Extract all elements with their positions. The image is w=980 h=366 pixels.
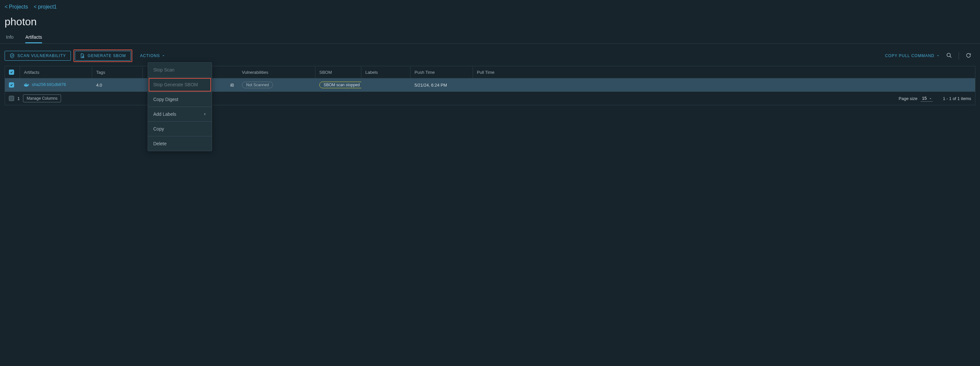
svg-line-2 [950, 56, 951, 58]
refresh-button[interactable] [965, 52, 972, 60]
search-icon [946, 52, 952, 59]
tab-info[interactable]: Info [6, 35, 13, 43]
chevron-down-icon [936, 54, 940, 57]
actions-menu: Stop Scan Stop Generate SBOM Copy Digest… [148, 62, 212, 105]
manage-columns-button[interactable]: Manage Columns [23, 95, 61, 102]
menu-stop-generate-sbom[interactable]: Stop Generate SBOM [148, 78, 212, 92]
artifact-link[interactable]: sha256:b91db876 [24, 82, 66, 87]
document-gear-icon [80, 53, 85, 59]
row-checkbox[interactable] [9, 82, 14, 87]
cell-sbom: SBOM scan stopped [315, 78, 361, 92]
tabs: Info Artifacts [0, 30, 980, 44]
header-select[interactable] [5, 66, 20, 78]
header-artifacts[interactable]: Artifacts [20, 67, 92, 78]
toolbar: SCAN VULNERABILITY GENERATE SBOM ACTIONS… [0, 44, 980, 66]
header-tags[interactable]: Tags [92, 67, 143, 78]
svg-rect-6 [25, 83, 26, 84]
generate-sbom-button[interactable]: GENERATE SBOM [75, 51, 131, 61]
header-sbom[interactable]: SBOM [315, 67, 361, 78]
breadcrumb: <Projects <project1 [0, 3, 980, 10]
header-labels[interactable]: Labels [361, 67, 410, 78]
docker-icon [24, 82, 29, 87]
generate-sbom-highlight: GENERATE SBOM [73, 49, 132, 62]
footer-checkbox[interactable] [9, 96, 14, 101]
svg-point-1 [947, 53, 950, 57]
svg-rect-7 [26, 83, 27, 84]
header-pull-time[interactable]: Pull Time [473, 67, 975, 78]
shield-check-icon [10, 53, 15, 59]
selected-count: 1 [18, 96, 20, 101]
copy-pull-command-button[interactable]: COPY PULL COMMAND [885, 54, 940, 58]
menu-copy-digest[interactable]: Copy Digest [148, 92, 212, 105]
sbom-status-badge: SBOM scan stopped [319, 82, 361, 88]
breadcrumb-projects[interactable]: <Projects [5, 4, 29, 10]
not-scanned-badge: Not Scanned [242, 82, 273, 88]
svg-point-0 [83, 56, 84, 57]
header-vulnerabilities[interactable]: Vulnerabilities [238, 67, 315, 78]
header-push-time[interactable]: Push Time [410, 67, 473, 78]
cell-push-time: 5/21/24, 6:24 PM [410, 79, 473, 91]
menu-stop-scan[interactable]: Stop Scan [148, 63, 212, 78]
breadcrumb-project1[interactable]: <project1 [33, 4, 58, 10]
page-range: 1 - 1 of 1 items [943, 96, 971, 101]
page-size-select[interactable]: 15 [921, 95, 933, 102]
chevron-down-icon [162, 54, 165, 57]
page-size-label: Page size [899, 96, 917, 101]
cell-pull-time [473, 82, 975, 88]
tab-artifacts[interactable]: Artifacts [25, 35, 42, 43]
cell-tag: 4.0 [92, 79, 143, 91]
refresh-icon [966, 52, 972, 59]
cell-vulnerabilities: Not Scanned [238, 78, 315, 92]
actions-dropdown-button[interactable]: ACTIONS [137, 51, 168, 60]
cell-labels [361, 82, 410, 88]
page-title: photon [0, 10, 980, 30]
search-button[interactable] [945, 52, 953, 60]
scan-vulnerability-button[interactable]: SCAN VULNERABILITY [5, 51, 71, 61]
toolbar-divider [959, 52, 959, 59]
select-all-checkbox[interactable] [9, 70, 14, 75]
